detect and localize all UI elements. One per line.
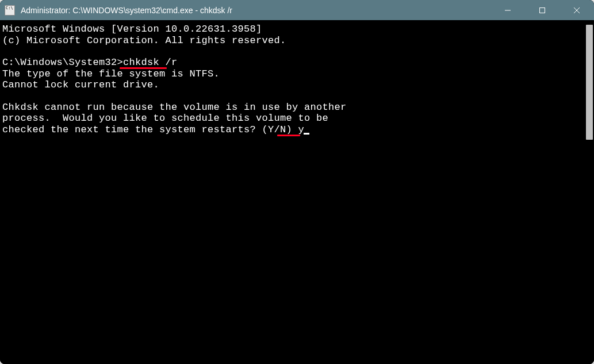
cmd-icon — [5, 5, 15, 16]
close-button[interactable] — [559, 0, 594, 20]
output-line: (c) Microsoft Corporation. All rights re… — [2, 35, 582, 47]
window-title: Administrator: C:\WINDOWS\system32\cmd.e… — [21, 6, 490, 15]
minimize-button[interactable] — [490, 0, 525, 20]
maximize-button[interactable] — [525, 0, 559, 20]
annotation-underline — [120, 67, 167, 69]
output-text: checked the next time the system restart… — [2, 124, 298, 135]
terminal-content[interactable]: Microsoft Windows [Version 10.0.22631.39… — [0, 20, 585, 364]
cursor — [304, 133, 309, 135]
minimize-icon — [504, 7, 511, 14]
close-icon — [573, 7, 580, 14]
svg-rect-1 — [540, 7, 545, 13]
maximize-icon — [539, 7, 546, 14]
cmd-window: Administrator: C:\WINDOWS\system32\cmd.e… — [0, 0, 594, 364]
titlebar[interactable]: Administrator: C:\WINDOWS\system32\cmd.e… — [0, 0, 594, 20]
output-line: Chkdsk cannot run because the volume is … — [2, 102, 582, 113]
command-text: chkdsk /r — [123, 57, 178, 68]
scrollbar-thumb[interactable] — [586, 25, 593, 140]
output-line: The type of the file system is NTFS. — [2, 68, 582, 80]
blank-line — [2, 46, 582, 57]
response-line: checked the next time the system restart… — [2, 124, 582, 136]
prompt-line: C:\Windows\System32>chkdsk /r — [2, 57, 582, 68]
output-line: Cannot lock current drive. — [2, 79, 582, 91]
output-line: Microsoft Windows [Version 10.0.22631.39… — [2, 24, 582, 35]
scrollbar-track[interactable] — [585, 20, 594, 364]
annotation-underline — [277, 135, 300, 136]
terminal-area[interactable]: Microsoft Windows [Version 10.0.22631.39… — [0, 20, 594, 364]
output-line: process. Would you like to schedule this… — [2, 113, 582, 124]
window-controls — [490, 0, 594, 20]
prompt-text: C:\Windows\System32> — [2, 57, 123, 68]
blank-line — [2, 91, 582, 102]
